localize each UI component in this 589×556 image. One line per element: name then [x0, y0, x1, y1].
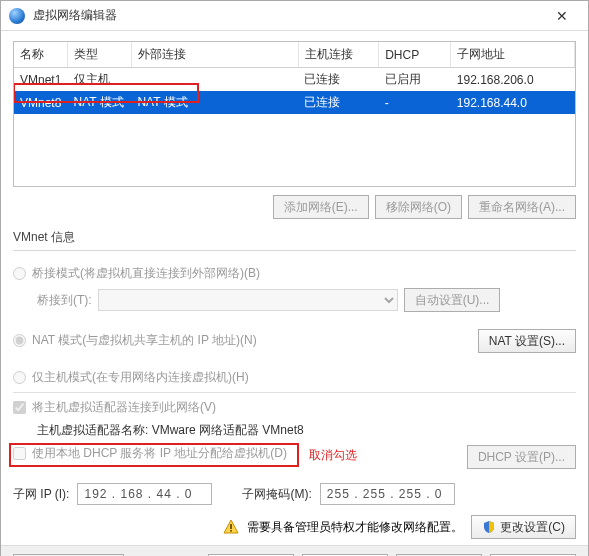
col-name[interactable]: 名称: [14, 42, 68, 68]
window: 虚拟网络编辑器 ✕ 名称 类型 外部连接 主机连接 DHCP 子网地址: [0, 0, 589, 556]
group-title: VMnet 信息: [13, 229, 576, 246]
bridged-radio: [13, 267, 26, 280]
connect-host-checkbox: [13, 401, 26, 414]
subnet-row: 子网 IP (I): 192 . 168 . 44 . 0 子网掩码(M): 2…: [13, 483, 576, 505]
adapter-label: 主机虚拟适配器名称:: [37, 423, 152, 437]
hostonly-radio: [13, 371, 26, 384]
cell: 192.168.44.0: [451, 91, 575, 114]
cell: NAT 模式: [131, 91, 298, 114]
titlebar: 虚拟网络编辑器 ✕: [1, 1, 588, 31]
adapter-name-line: 主机虚拟适配器名称: VMware 网络适配器 VMnet8: [37, 422, 576, 439]
shield-icon: [482, 520, 496, 534]
network-table: 名称 类型 外部连接 主机连接 DHCP 子网地址 VMnet1 仅主机 已连接: [13, 41, 576, 187]
nat-option: NAT 模式(与虚拟机共享主机的 IP 地址)(N) NAT 设置(S)...: [13, 332, 576, 349]
table-header: 名称 类型 外部连接 主机连接 DHCP 子网地址: [14, 42, 575, 68]
change-settings-label: 更改设置(C): [500, 519, 565, 536]
vmnet-group: 桥接模式(将虚拟机直接连接到外部网络)(B) 桥接到(T): 自动设置(U)..…: [13, 250, 576, 509]
cell: 已连接: [298, 91, 378, 114]
dhcp-label: 使用本地 DHCP 服务将 IP 地址分配给虚拟机(D): [32, 445, 287, 462]
dhcp-settings-button: DHCP 设置(P)...: [467, 445, 576, 469]
subnet-mask-field[interactable]: 255 . 255 . 255 . 0: [320, 483, 455, 505]
col-dhcp[interactable]: DHCP: [379, 42, 451, 68]
warning-bar: 需要具备管理员特权才能修改网络配置。 更改设置(C): [13, 509, 576, 545]
subnet-mask-label: 子网掩码(M):: [242, 486, 311, 503]
window-title: 虚拟网络编辑器: [33, 7, 544, 24]
hostonly-label: 仅主机模式(在专用网络内连接虚拟机)(H): [32, 369, 249, 386]
cell: VMnet8: [14, 91, 68, 114]
subnet-ip-field[interactable]: 192 . 168 . 44 . 0: [77, 483, 212, 505]
remove-network-button: 移除网络(O): [375, 195, 462, 219]
cell: 已连接: [298, 68, 378, 92]
nat-settings-button[interactable]: NAT 设置(S)...: [478, 329, 576, 353]
bridgeto-select: [98, 289, 398, 311]
svg-rect-0: [231, 524, 233, 529]
warning-icon: [223, 519, 239, 535]
auto-set-button: 自动设置(U)...: [404, 288, 501, 312]
nat-radio: [13, 334, 26, 347]
col-host[interactable]: 主机连接: [298, 42, 378, 68]
col-type[interactable]: 类型: [68, 42, 132, 68]
table-row-selected[interactable]: VMnet8 NAT 模式 NAT 模式 已连接 - 192.168.44.0: [14, 91, 575, 114]
adapter-name: VMware 网络适配器 VMnet8: [152, 423, 304, 437]
bridged-label: 桥接模式(将虚拟机直接连接到外部网络)(B): [32, 265, 260, 282]
cell: 已启用: [379, 68, 451, 92]
col-subnet[interactable]: 子网地址: [451, 42, 575, 68]
cell: 仅主机: [68, 68, 132, 92]
cell: VMnet1: [14, 68, 68, 92]
table-row[interactable]: VMnet1 仅主机 已连接 已启用 192.168.206.0: [14, 68, 575, 92]
warning-text: 需要具备管理员特权才能修改网络配置。: [247, 519, 463, 536]
footer: 还原默认设置(R) 确定 取消 应用(A) 帮助: [1, 545, 588, 556]
col-ext[interactable]: 外部连接: [131, 42, 298, 68]
app-icon: [9, 8, 25, 24]
add-network-button: 添加网络(E)...: [273, 195, 369, 219]
svg-rect-1: [231, 530, 233, 532]
annotation-text: 取消勾选: [309, 447, 357, 464]
connect-host-label: 将主机虚拟适配器连接到此网络(V): [32, 399, 216, 416]
change-settings-button[interactable]: 更改设置(C): [471, 515, 576, 539]
cell: NAT 模式: [68, 91, 132, 114]
subnet-ip-value: 192 . 168 . 44 . 0: [84, 487, 192, 501]
cell: 192.168.206.0: [451, 68, 575, 92]
rename-network-button: 重命名网络(A)...: [468, 195, 576, 219]
bridgeto-label: 桥接到(T):: [37, 292, 92, 309]
close-icon[interactable]: ✕: [544, 1, 580, 31]
connect-host-option: 将主机虚拟适配器连接到此网络(V): [13, 399, 576, 416]
nat-label: NAT 模式(与虚拟机共享主机的 IP 地址)(N): [32, 332, 257, 349]
cell: [131, 68, 298, 92]
subnet-mask-value: 255 . 255 . 255 . 0: [327, 487, 443, 501]
hostonly-option: 仅主机模式(在专用网络内连接虚拟机)(H): [13, 369, 576, 386]
bridged-option: 桥接模式(将虚拟机直接连接到外部网络)(B): [13, 265, 576, 282]
cell: -: [379, 91, 451, 114]
subnet-ip-label: 子网 IP (I):: [13, 486, 69, 503]
content: 名称 类型 外部连接 主机连接 DHCP 子网地址 VMnet1 仅主机 已连接: [1, 31, 588, 545]
table-actions: 添加网络(E)... 移除网络(O) 重命名网络(A)...: [13, 187, 576, 227]
dhcp-checkbox: [13, 447, 26, 460]
